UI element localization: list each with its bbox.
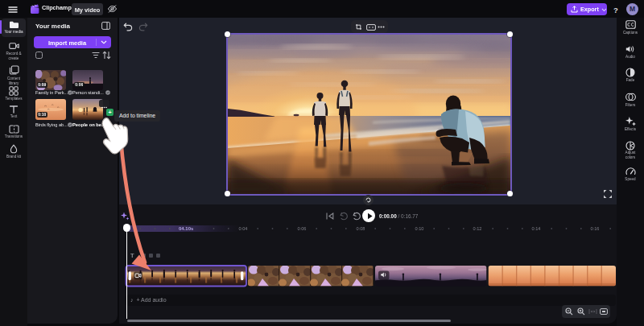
svg-text:?: ? xyxy=(613,6,618,14)
